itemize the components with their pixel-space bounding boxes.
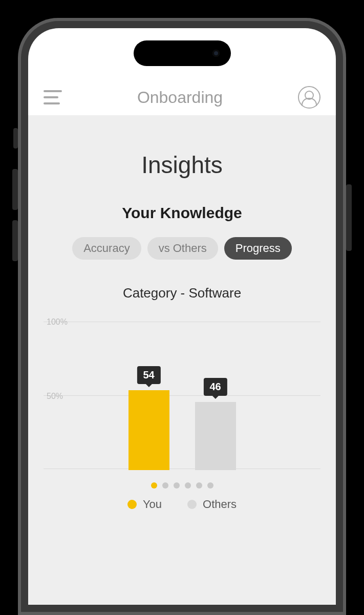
page-body: Insights Your Knowledge Accuracy vs Othe… <box>28 115 336 605</box>
pagination-dots <box>44 482 320 489</box>
dot-5[interactable] <box>196 482 202 489</box>
header-title: Onboarding <box>137 88 223 107</box>
bar-you-wrap: 54 <box>129 322 169 470</box>
bar-you-value: 54 <box>137 366 160 384</box>
bar-you: 54 <box>129 390 169 470</box>
legend-you: You <box>127 498 162 511</box>
bar-others-value: 46 <box>203 378 227 396</box>
section-subtitle: Your Knowledge <box>44 204 320 222</box>
phone-frame-inner: Onboarding Insights Your Knowledge Accur… <box>21 21 343 612</box>
dot-3[interactable] <box>174 482 180 489</box>
bar-others: 46 <box>195 402 236 470</box>
app-header: Onboarding <box>28 79 336 115</box>
dot-1[interactable] <box>151 482 157 489</box>
bar-chart: 100% 50% 54 46 <box>44 322 320 470</box>
segment-progress[interactable]: Progress <box>224 237 292 260</box>
bars-container: 54 46 <box>44 322 320 470</box>
dynamic-island <box>134 40 231 66</box>
phone-mute-switch <box>13 128 18 149</box>
menu-icon[interactable] <box>44 90 62 104</box>
screen: Onboarding Insights Your Knowledge Accur… <box>28 28 336 605</box>
segment-accuracy[interactable]: Accuracy <box>72 237 141 260</box>
page-title: Insights <box>44 151 320 179</box>
phone-volume-up <box>12 169 18 210</box>
segmented-control: Accuracy vs Others Progress <box>72 237 292 260</box>
dot-4[interactable] <box>185 482 191 489</box>
phone-power-button <box>346 184 352 251</box>
profile-icon[interactable] <box>298 86 320 109</box>
legend-label-others: Others <box>203 498 237 511</box>
segment-vs-others[interactable]: vs Others <box>147 237 218 260</box>
legend-swatch-you <box>127 500 137 509</box>
dot-6[interactable] <box>207 482 213 489</box>
legend-others: Others <box>187 498 237 511</box>
legend-swatch-others <box>187 500 197 509</box>
chart-legend: You Others <box>44 498 320 511</box>
category-label: Category - Software <box>44 285 320 301</box>
dot-2[interactable] <box>162 482 168 489</box>
phone-volume-down <box>12 220 18 261</box>
phone-frame: Onboarding Insights Your Knowledge Accur… <box>18 18 346 615</box>
bar-others-wrap: 46 <box>195 322 236 470</box>
legend-label-you: You <box>143 498 162 511</box>
